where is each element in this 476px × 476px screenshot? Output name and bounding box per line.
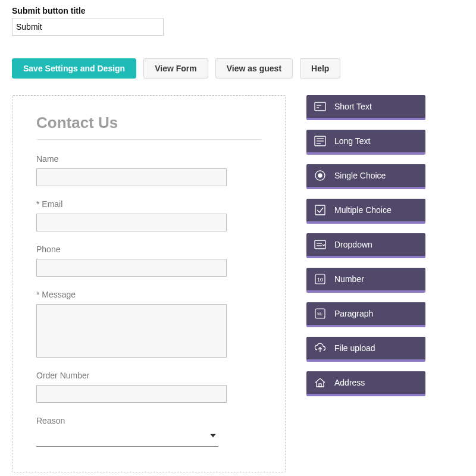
svg-text:M↓: M↓: [317, 312, 322, 316]
long-text-icon: [314, 134, 327, 148]
field-name[interactable]: Name: [36, 154, 261, 186]
form-preview-panel: Contact Us Name * Email Phone * Message …: [12, 95, 286, 472]
palette-address[interactable]: Address: [306, 371, 425, 396]
save-settings-button[interactable]: Save Settings and Design: [12, 58, 136, 79]
field-label: Order Number: [36, 371, 261, 380]
svg-rect-0: [315, 102, 325, 111]
dropdown-icon: [314, 238, 327, 251]
checkbox-icon: [314, 203, 327, 217]
palette-file-upload[interactable]: File upload: [306, 337, 425, 362]
field-phone[interactable]: Phone: [36, 245, 261, 277]
palette-label: Multiple Choice: [334, 205, 392, 215]
field-label: * Email: [36, 199, 261, 209]
submit-button-title-input[interactable]: [12, 18, 164, 36]
palette-short-text[interactable]: Short Text: [306, 95, 425, 120]
svg-rect-10: [315, 240, 325, 249]
palette-label: Dropdown: [334, 240, 372, 249]
radio-icon: [314, 169, 327, 182]
palette-number[interactable]: 10 Number: [306, 268, 425, 293]
field-order-number[interactable]: Order Number: [36, 371, 261, 403]
form-title-underline: [36, 139, 261, 140]
toolbar: Save Settings and Design View Form View …: [12, 58, 464, 79]
cloud-upload-icon: [314, 342, 327, 355]
palette-label: Paragraph: [334, 309, 373, 318]
message-textarea[interactable]: [36, 304, 227, 358]
view-as-guest-button[interactable]: View as guest: [215, 58, 293, 79]
field-label: * Message: [36, 290, 261, 299]
svg-rect-9: [315, 205, 325, 215]
submit-button-title-label: Submit button title: [12, 6, 464, 15]
form-title: Contact Us: [36, 114, 261, 132]
short-text-icon: [314, 100, 327, 113]
palette-label: Long Text: [334, 136, 370, 146]
order-number-input[interactable]: [36, 385, 227, 403]
phone-input[interactable]: [36, 259, 227, 277]
svg-rect-18: [319, 384, 321, 387]
field-message[interactable]: * Message: [36, 290, 261, 358]
palette-label: Short Text: [334, 102, 372, 111]
palette-long-text[interactable]: Long Text: [306, 130, 425, 155]
paragraph-icon: M↓: [314, 307, 327, 320]
reason-select[interactable]: [36, 430, 218, 447]
svg-point-8: [318, 174, 322, 177]
view-form-button[interactable]: View Form: [143, 58, 208, 79]
field-label: Name: [36, 154, 261, 164]
palette-label: Address: [334, 378, 365, 387]
palette-label: Number: [334, 274, 364, 284]
svg-text:10: 10: [317, 277, 323, 283]
field-palette: Short Text Long Text Single Choice: [306, 95, 425, 396]
field-reason[interactable]: Reason: [36, 416, 261, 447]
palette-label: Single Choice: [334, 171, 386, 180]
field-email[interactable]: * Email: [36, 199, 261, 231]
palette-label: File upload: [334, 343, 375, 353]
palette-dropdown[interactable]: Dropdown: [306, 233, 425, 258]
number-icon: 10: [314, 273, 327, 286]
palette-single-choice[interactable]: Single Choice: [306, 164, 425, 189]
field-label: Phone: [36, 245, 261, 254]
palette-paragraph[interactable]: M↓ Paragraph: [306, 302, 425, 327]
email-input[interactable]: [36, 214, 227, 231]
field-label: Reason: [36, 416, 261, 425]
help-button[interactable]: Help: [300, 58, 340, 79]
name-input[interactable]: [36, 168, 227, 186]
palette-multiple-choice[interactable]: Multiple Choice: [306, 199, 425, 224]
house-icon: [314, 376, 327, 389]
